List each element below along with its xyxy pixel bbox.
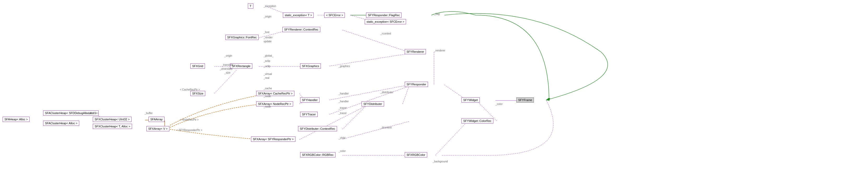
label-size: _size <box>224 71 230 74</box>
label-color-rgb: _color <box>339 150 346 152</box>
label-UInt32: < UInt32 > <box>86 112 99 115</box>
node-SFAArray: SFAArray <box>149 117 164 122</box>
label-dcontext: _dcontext <box>380 126 392 129</box>
svg-line-28 <box>342 121 409 139</box>
label-color-widget: _color <box>495 103 502 106</box>
svg-line-27 <box>435 122 467 155</box>
label-handler1: _handler <box>339 92 349 95</box>
node-SFYResponder: SFYResponder <box>405 82 428 87</box>
svg-line-14 <box>342 30 409 52</box>
node-SFYDistributer: SFYDistributer <box>362 101 384 107</box>
label-sclip: _sclip <box>264 60 270 62</box>
label-update: update <box>264 40 272 43</box>
label-renderer: _renderer <box>434 49 445 52</box>
node-static-exception-SFCError: static_exception< SFCError > <box>365 19 406 24</box>
label-exception: _exception <box>264 5 276 8</box>
label-graphics: _graphics <box>339 65 350 68</box>
label-CacheRecPtr: < CacheRecPtr > <box>180 88 200 91</box>
svg-line-20 <box>403 86 409 104</box>
label-global: _global_ <box>264 54 274 57</box>
label-translate2: _utranslate <box>220 67 232 70</box>
node-SFXGraphics: SFXGraphics <box>300 64 321 69</box>
node-SFYFrame: SFYFrame <box>516 97 534 103</box>
node-SFXArray-SFYResponderPtr: SFXArray< SFYResponderPtr > <box>251 137 296 142</box>
label-flag: _flag <box>434 12 440 15</box>
label-tracer1: _tracer <box>339 107 347 109</box>
node-static-exception-T: static_exception< T > <box>283 12 314 18</box>
node-SFYWidget: SFYWidget <box>461 97 480 103</box>
label-origin-top: _origin <box>264 15 271 18</box>
node-SFYRenderer-ContextRec: SFYRenderer::ContextRec <box>282 27 320 32</box>
node-SFXRGBColor-RGBRec: SFXRGBColor::RGBRec <box>300 152 335 157</box>
node-SFXClusterHeap-T-Alloc: SFXClusterHeap< T, Alloc > <box>93 124 132 129</box>
label-uclip: _uclip <box>264 65 270 68</box>
node-SFCError: < SFCError > <box>324 12 345 18</box>
label-tracer2: _tracer <box>339 112 347 115</box>
svg-line-22 <box>299 105 367 140</box>
node-SFXGraphics-FontRec: SFXGraphics::FontRec <box>225 35 258 40</box>
edges-svg <box>0 0 868 183</box>
label-distributer: _distributer <box>380 91 393 94</box>
label-node1: _node <box>264 95 271 98</box>
node-SFXArray-NodeRecPtr: SFXArray< NodeRecPtr > <box>256 101 293 107</box>
label-translate1: _translate <box>222 64 233 66</box>
label-buffer: _buffer <box>145 112 153 115</box>
label-node2: _node <box>264 105 271 108</box>
node-SFAHeap-Alloc: SFAHeap< Alloc > <box>3 117 30 122</box>
node-SFXRectangle: SFXRectangle <box>230 64 252 69</box>
node-SFXGrid: SFXGrid <box>190 64 205 69</box>
node-T-exception: T <box>248 3 253 9</box>
node-SFYRenderer: SFYRenderer <box>405 49 426 54</box>
svg-line-15 <box>330 53 409 66</box>
label-background: _background <box>433 160 448 163</box>
label-real: _real <box>264 76 269 79</box>
label-rcontext: _rcontext <box>380 32 391 35</box>
label-NodeRecPtr: < NodeRecPtr > <box>180 118 199 121</box>
node-SFYTracer: SFYTracer <box>300 112 318 117</box>
node-SFXRGBColor: SFXRGBColor <box>405 152 427 157</box>
label-render: _render <box>264 36 272 39</box>
label-cache: _cache <box>264 87 272 90</box>
label-SFYResponderPtr: < SFYResponderPtr > <box>177 129 202 132</box>
label-child: _child <box>339 137 345 139</box>
label-handler2: _handler <box>339 100 349 103</box>
diagram-container: SFAHeap< Alloc > SFAClusterHeap< SFDDebu… <box>0 0 868 183</box>
node-SFAClusterHeap-Alloc: SFAClusterHeap< Alloc > <box>43 121 79 126</box>
label-origin-grid: _origin <box>224 54 232 57</box>
node-SFYHandler: SFYHandler <box>300 97 319 103</box>
node-SFXArray-V: SFXArray< V > <box>147 126 169 131</box>
node-SFXSize: SFXSize <box>190 91 205 96</box>
node-SFXArray-CacheRecPtr: SFXArray< CacheRecPtr > <box>256 91 294 96</box>
node-SFYWidget-ColorRec: SFYWidget::ColorRec <box>461 118 493 123</box>
node-SFXClusterHeap-UInt32: SFXClusterHeap< UInt32 > <box>93 117 131 122</box>
node-SFYResponder-FlagRec: SFYResponder::FlagRec <box>366 12 402 18</box>
label-font: _font <box>264 31 269 34</box>
node-SFYDistributer-ContextRec: SFYDistributer::ContextRec <box>298 126 337 131</box>
label-virtual: _virtual <box>264 73 272 75</box>
